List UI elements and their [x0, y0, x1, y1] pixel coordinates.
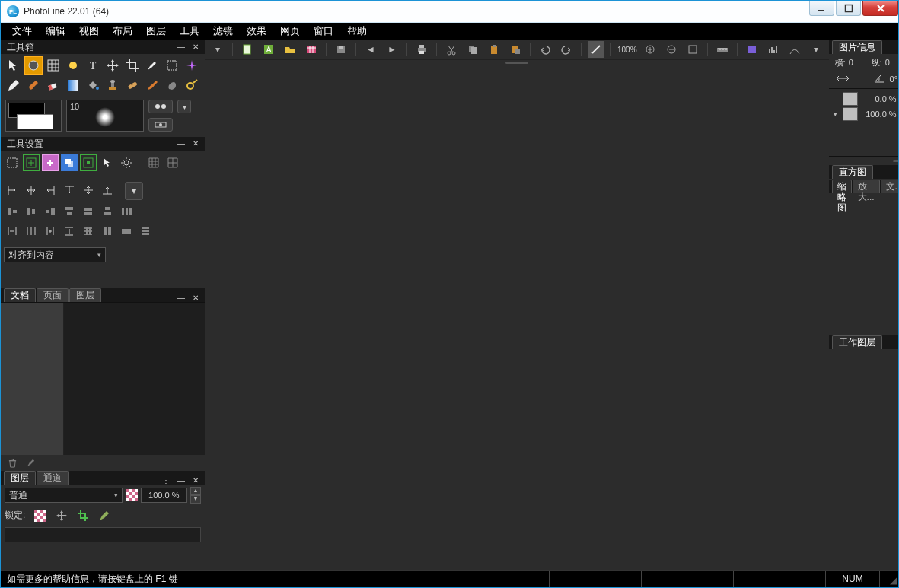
menu-view[interactable]: 视图 — [72, 23, 106, 40]
space-v3-icon[interactable] — [99, 223, 116, 240]
light-tool[interactable] — [64, 56, 82, 75]
tb-paste-icon[interactable] — [486, 41, 502, 58]
paint-tool[interactable] — [24, 76, 43, 94]
mini-tab-zoom[interactable]: 放大... — [853, 180, 880, 193]
tb-open-icon[interactable] — [282, 41, 298, 58]
tb-text-icon[interactable]: A — [260, 41, 277, 58]
paintbrush-tool[interactable] — [143, 76, 161, 94]
tb-next-icon[interactable]: ► — [384, 41, 400, 58]
color-swatches[interactable] — [5, 100, 62, 132]
tb-zoom-out-icon[interactable] — [663, 41, 680, 58]
ts-grid3-icon[interactable] — [145, 154, 162, 171]
align-vcenter-icon[interactable] — [80, 182, 97, 199]
thumb-opacity-swatch[interactable] — [843, 107, 858, 121]
align-top-edge-icon[interactable] — [61, 182, 78, 199]
space-h2-icon[interactable] — [23, 223, 40, 240]
opacity-down-button[interactable]: ▼ — [190, 495, 201, 504]
gradient-tool[interactable] — [64, 76, 82, 94]
ts-intersect-icon[interactable] — [61, 154, 78, 171]
tab-page[interactable]: 页面 — [37, 288, 69, 302]
ts-gear-icon[interactable] — [118, 154, 135, 171]
maximize-button[interactable] — [836, 1, 861, 16]
tb-more-icon[interactable]: ▾ — [808, 41, 824, 58]
thumb-caret-icon[interactable]: ▾ — [832, 110, 840, 118]
blend-mode-dropdown[interactable]: 普通 — [5, 488, 123, 503]
panel-close-button[interactable]: ✕ — [193, 294, 199, 302]
tb-new-icon[interactable] — [239, 41, 256, 58]
tab-histogram[interactable]: 直方图 — [832, 165, 873, 179]
flip-icon[interactable] — [835, 73, 850, 85]
canvas-drag-handle[interactable] — [505, 62, 528, 64]
tb-prev-icon[interactable]: ◄ — [362, 41, 379, 58]
menu-tool[interactable]: 工具 — [173, 23, 206, 40]
tb-ruler-icon[interactable] — [714, 41, 731, 58]
angle-icon[interactable] — [873, 73, 885, 85]
panel-minimize-button[interactable]: — — [177, 477, 185, 485]
menu-edit[interactable]: 编辑 — [39, 23, 72, 40]
align-left-edge-icon[interactable] — [4, 182, 21, 199]
bucket-tool[interactable] — [84, 76, 102, 94]
panel-resize-handle[interactable] — [893, 160, 898, 162]
tb-line-icon[interactable] — [588, 41, 604, 58]
panel-menu-icon[interactable]: ⋮ — [162, 477, 170, 485]
panel-minimize-button[interactable]: — — [177, 140, 185, 148]
tb-save-icon[interactable] — [333, 41, 349, 58]
tb-fit-icon[interactable] — [684, 41, 701, 58]
opacity-up-button[interactable]: ▲ — [190, 487, 201, 495]
tab-document[interactable]: 文档 — [4, 288, 36, 302]
space-h3-icon[interactable] — [42, 223, 59, 240]
tab-work-layer[interactable]: 工作图层 — [832, 335, 882, 349]
dist-left-icon[interactable] — [4, 203, 21, 220]
tb-table-icon[interactable] — [303, 41, 320, 58]
zoom-label[interactable]: 100% — [617, 46, 637, 54]
move-tool[interactable] — [104, 56, 122, 75]
tb-zoom-in-icon[interactable] — [642, 41, 658, 58]
close-button[interactable] — [862, 1, 898, 16]
opacity-checker-icon[interactable] — [126, 489, 138, 501]
ts-pointer-icon[interactable] — [99, 154, 116, 171]
lock-edit-icon[interactable] — [98, 510, 110, 522]
dist-bottom-icon[interactable] — [99, 203, 116, 220]
panel-close-button[interactable]: ✕ — [193, 477, 199, 485]
space-v4-icon[interactable] — [118, 223, 135, 240]
dist-vcenter-icon[interactable] — [80, 203, 97, 220]
ellipse-select-tool[interactable] — [24, 56, 43, 75]
align-bottom-edge-icon[interactable] — [99, 182, 116, 199]
tb-undo-icon[interactable] — [537, 41, 553, 58]
menu-layer[interactable]: 图层 — [139, 23, 173, 40]
tab-image-info[interactable]: 图片信息 — [832, 40, 882, 54]
brush-tool[interactable] — [143, 56, 161, 75]
panel-close-button[interactable]: ✕ — [193, 140, 199, 148]
tb-cut-icon[interactable] — [443, 41, 460, 58]
tab-layers[interactable]: 图层 — [4, 471, 36, 485]
brush-preview[interactable]: 10 — [66, 100, 144, 132]
space-v1-icon[interactable] — [61, 223, 78, 240]
mask-mode-button[interactable] — [148, 100, 173, 113]
sparkle-tool[interactable] — [183, 56, 201, 75]
brush-small-icon[interactable] — [25, 457, 36, 468]
ts-select-all-icon[interactable] — [4, 154, 21, 171]
menu-help[interactable]: 帮助 — [340, 23, 374, 40]
ts-center-icon[interactable] — [80, 154, 97, 171]
space-h1-icon[interactable] — [4, 223, 21, 240]
panel-close-button[interactable]: ✕ — [193, 43, 199, 51]
space-v5-icon[interactable] — [137, 223, 154, 240]
eraser-tool[interactable] — [44, 76, 62, 94]
screen-mode-button[interactable]: ▾ — [177, 100, 191, 113]
tb-curves-icon[interactable] — [786, 41, 803, 58]
align-right-edge-icon[interactable] — [42, 182, 59, 199]
tb-copy-icon[interactable] — [464, 41, 481, 58]
pointer-tool[interactable] — [5, 56, 23, 75]
space-v2-icon[interactable] — [80, 223, 97, 240]
tab-layer[interactable]: 图层 — [69, 288, 101, 302]
panel-minimize-button[interactable]: — — [177, 294, 185, 302]
dist-right-icon[interactable] — [42, 203, 59, 220]
background-swatch[interactable] — [17, 114, 53, 129]
tab-channels[interactable]: 通道 — [37, 471, 69, 485]
grid-tool[interactable] — [44, 56, 62, 75]
pencil-tool[interactable] — [5, 76, 23, 94]
dodge-tool[interactable] — [183, 76, 201, 94]
menu-window[interactable]: 窗口 — [307, 23, 340, 40]
smudge-tool[interactable] — [163, 76, 181, 94]
minimize-button[interactable] — [809, 1, 834, 16]
